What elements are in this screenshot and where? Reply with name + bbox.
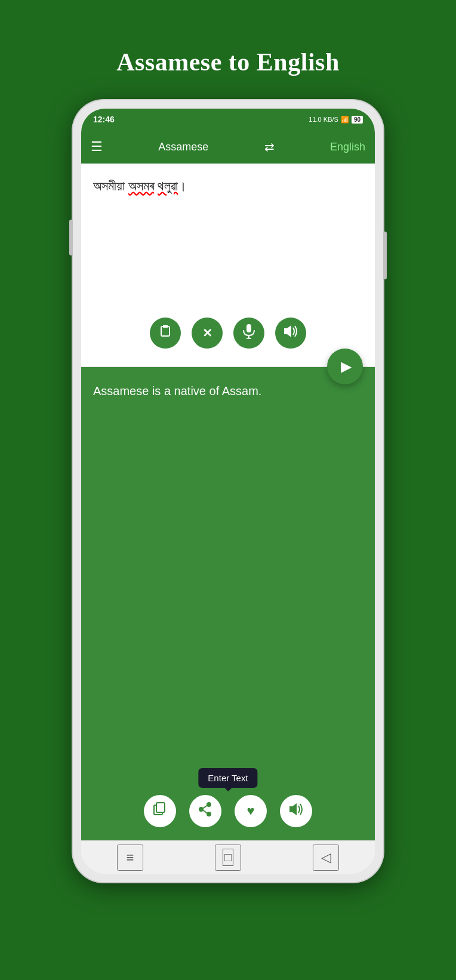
output-text: Assamese is a native of Assam. <box>93 381 363 789</box>
copy-button[interactable] <box>144 795 176 827</box>
copy-icon <box>153 802 167 820</box>
battery-icon: 90 <box>352 116 363 124</box>
speaker-output-icon <box>289 803 303 819</box>
target-language-label[interactable]: English <box>330 141 365 153</box>
svg-marker-6 <box>284 325 291 337</box>
input-text-plain: অসমীয়া <box>93 178 128 193</box>
source-language-label[interactable]: Assamese <box>158 141 208 153</box>
speaker-input-button[interactable] <box>275 318 306 349</box>
status-time: 12:46 <box>93 115 115 124</box>
share-button[interactable] <box>189 795 221 827</box>
svg-line-12 <box>203 806 207 809</box>
heart-icon: ♥ <box>247 803 254 819</box>
favorite-button[interactable]: ♥ <box>235 795 267 827</box>
phone-screen: 12:46 11.0 KB/S 📶 90 ☰ Assamese ⇄ Englis… <box>81 109 375 874</box>
svg-point-9 <box>207 803 211 806</box>
nav-menu-icon: ≡ <box>127 850 134 865</box>
nav-home-button[interactable]: □ <box>215 845 241 871</box>
status-icons: 11.0 KB/S 📶 90 <box>309 116 363 124</box>
svg-rect-2 <box>163 325 168 328</box>
clipboard-button[interactable] <box>150 318 181 349</box>
output-area: Assamese is a native of Assam. Enter Tex… <box>81 367 375 840</box>
svg-point-11 <box>207 812 211 816</box>
send-icon: ▶ <box>341 358 352 375</box>
input-text-underlined-2: থলুৱা <box>158 178 178 193</box>
svg-line-13 <box>203 810 207 813</box>
microphone-icon <box>242 323 255 343</box>
clear-icon: ✕ <box>202 326 212 340</box>
input-text: অসমীয়া অসমৰ থলুৱা। <box>93 175 363 210</box>
app-header: ☰ Assamese ⇄ English <box>81 130 375 164</box>
input-text-end: । <box>178 178 187 193</box>
nav-home-icon: □ <box>223 849 233 866</box>
nav-back-icon: ◁ <box>321 850 331 865</box>
share-icon <box>199 802 212 820</box>
translate-button[interactable]: ▶ <box>327 349 363 384</box>
wifi-icon: 📶 <box>341 116 349 124</box>
svg-rect-8 <box>156 803 165 812</box>
speaker-output-button[interactable] <box>280 795 312 827</box>
swap-languages-icon[interactable]: ⇄ <box>264 140 275 154</box>
hamburger-menu-icon[interactable]: ☰ <box>91 139 103 155</box>
status-bar: 12:46 11.0 KB/S 📶 90 <box>81 109 375 130</box>
input-text-underlined-1: অসমৰ <box>128 178 154 193</box>
clear-button[interactable]: ✕ <box>192 318 223 349</box>
speaker-input-icon <box>284 325 298 341</box>
clipboard-icon <box>158 324 172 342</box>
microphone-button[interactable] <box>233 318 264 349</box>
svg-marker-14 <box>289 803 297 815</box>
svg-rect-1 <box>161 326 170 336</box>
page-title: Assamese to English <box>116 48 340 76</box>
svg-rect-3 <box>247 324 251 332</box>
nav-bar: ≡ □ ◁ <box>81 840 375 874</box>
nav-back-button[interactable]: ◁ <box>313 845 339 871</box>
svg-point-10 <box>199 808 203 811</box>
input-area[interactable]: অসমীয়া অসমৰ থলুৱা। ✕ <box>81 164 375 366</box>
network-speed: 11.0 KB/S <box>309 116 338 123</box>
input-toolbar: ✕ <box>93 318 363 355</box>
phone-frame: 12:46 11.0 KB/S 📶 90 ☰ Assamese ⇄ Englis… <box>73 100 383 882</box>
nav-menu-button[interactable]: ≡ <box>117 845 143 871</box>
output-toolbar: ♥ <box>93 789 363 831</box>
enter-text-tooltip: Enter Text <box>198 768 257 788</box>
